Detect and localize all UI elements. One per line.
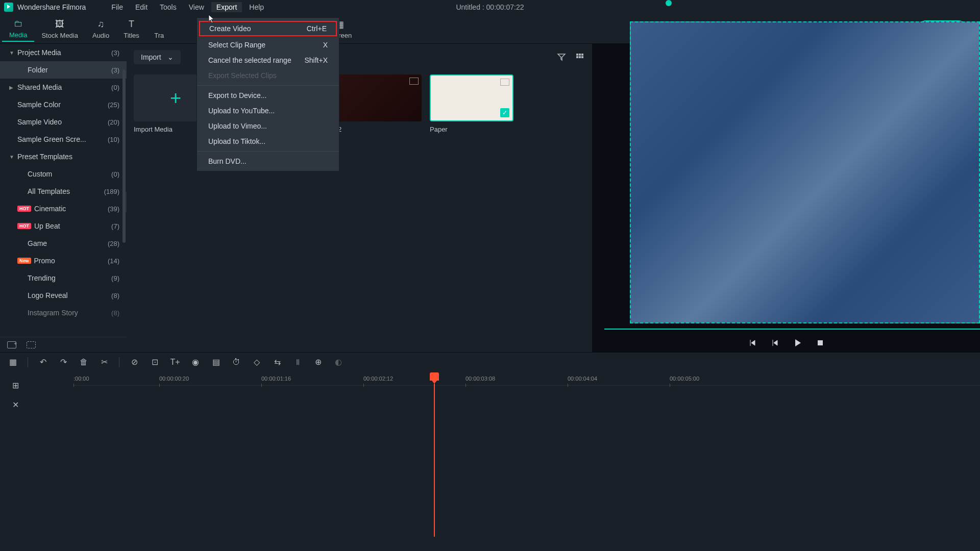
tab-titles[interactable]: TTitles — [116, 17, 146, 41]
menu-export[interactable]: Export — [211, 2, 242, 12]
app-name: Wondershare Filmora — [17, 3, 86, 11]
layout-icon[interactable]: ▦ — [7, 357, 18, 368]
sidebar-game[interactable]: Game(28) — [0, 235, 127, 252]
stop-button[interactable] — [817, 339, 824, 346]
keyframe-icon[interactable]: ◇ — [251, 357, 262, 368]
export-upload-vimeo[interactable]: Upload to Vimeo... — [197, 118, 339, 134]
sidebar-cinematic[interactable]: HOTCinematic(39) — [0, 200, 127, 217]
prev-frame-button[interactable] — [748, 339, 756, 347]
audio-wave-icon[interactable]: ⫴ — [292, 357, 303, 368]
media-clip-2[interactable]: 2 — [338, 74, 422, 133]
player-controls — [592, 335, 980, 350]
timeline-track-controls: ⊞ ✕ — [0, 371, 31, 551]
tab-stock-media[interactable]: 🖼Stock Media — [34, 17, 85, 41]
delete-icon[interactable]: 🗑 — [78, 357, 89, 368]
cut-icon[interactable]: ✂ — [99, 357, 110, 368]
selection-handle-icon[interactable] — [666, 0, 672, 6]
export-create-video[interactable]: Create VideoCtrl+E — [199, 21, 337, 36]
svg-rect-1 — [579, 54, 581, 56]
redo-icon[interactable]: ↷ — [58, 357, 69, 368]
export-dropdown-menu: Create VideoCtrl+E Select Clip RangeX Ca… — [197, 17, 339, 171]
sidebar-custom[interactable]: Custom(0) — [0, 165, 127, 183]
chevron-down-icon: ⌄ — [167, 53, 174, 61]
menu-help[interactable]: Help — [244, 2, 269, 12]
color-icon[interactable]: ▤ — [210, 357, 222, 368]
tag-icon[interactable]: ⊘ — [129, 357, 140, 368]
text-add-icon[interactable]: T+ — [169, 357, 181, 368]
preview-panel — [592, 44, 980, 352]
undo-icon[interactable]: ↶ — [37, 357, 48, 368]
sidebar-sample-green[interactable]: Sample Green Scre...(10) — [0, 131, 127, 148]
app-logo-icon — [4, 3, 13, 12]
timeline-toolbar: ▦ ↶ ↷ 🗑 ✂ ⊘ ⊡ T+ ◉ ▤ ⏱ ◇ ⇆ ⫴ ⊕ ◐ — [0, 352, 980, 371]
export-upload-tiktok[interactable]: Upload to Tiktok... — [197, 134, 339, 149]
crop-icon[interactable]: ⊡ — [149, 357, 160, 368]
sidebar-scrollbar[interactable] — [122, 69, 126, 243]
sidebar-sample-color[interactable]: Sample Color(25) — [0, 96, 127, 113]
sidebar-trending[interactable]: Trending(9) — [0, 269, 127, 287]
title-bar: Wondershare Filmora File Edit Tools View… — [0, 0, 980, 14]
adjust-icon[interactable]: ⇆ — [272, 357, 283, 368]
menu-view[interactable]: View — [184, 2, 209, 12]
menu-edit[interactable]: Edit — [130, 2, 153, 12]
sidebar-folder[interactable]: Folder(3) — [0, 61, 127, 79]
menu-file[interactable]: File — [106, 2, 128, 12]
sidebar: ▼Project Media(3) Folder(3) ▶Shared Medi… — [0, 44, 127, 352]
grid-view-icon[interactable] — [575, 52, 585, 62]
sidebar-project-media[interactable]: ▼Project Media(3) — [0, 44, 127, 61]
media-clip-paper[interactable]: ✓ Paper — [430, 74, 513, 133]
tab-media[interactable]: 🗀Media — [2, 16, 34, 42]
folder-icon: 🗀 — [13, 18, 24, 30]
player-progress-bar[interactable] — [604, 329, 980, 334]
svg-rect-3 — [576, 56, 578, 58]
plus-icon: + — [170, 87, 181, 109]
timeline-playhead[interactable] — [430, 372, 439, 536]
preview-canvas[interactable] — [630, 21, 980, 323]
globe-icon[interactable]: ⊕ — [312, 357, 324, 368]
step-back-button[interactable] — [771, 339, 779, 347]
folder-placeholder-icon[interactable] — [27, 341, 36, 348]
svg-rect-4 — [579, 56, 581, 58]
timeline-ruler[interactable]: :00:00 00:00:00:20 00:00:01:16 00:00:02:… — [74, 371, 980, 386]
sidebar-collapse-button[interactable]: ◀ — [126, 192, 127, 212]
menu-tools[interactable]: Tools — [155, 2, 182, 12]
export-selected-clips: Export Selected Clips — [197, 68, 339, 83]
timeline-tracks[interactable]: :00:00 00:00:00:20 00:00:01:16 00:00:02:… — [74, 371, 980, 551]
video-icon — [409, 78, 419, 85]
tab-audio[interactable]: ♫Audio — [85, 17, 116, 41]
timeline-panel: ⊞ ✕ :00:00 00:00:00:20 00:00:01:16 00:00… — [0, 371, 980, 551]
sidebar-preset-templates[interactable]: ▼Preset Templates — [0, 148, 127, 165]
check-icon: ✓ — [500, 108, 509, 117]
render-icon: ◐ — [333, 357, 344, 368]
svg-rect-6 — [818, 340, 823, 345]
timer-icon[interactable]: ⏱ — [231, 357, 242, 368]
sidebar-promo[interactable]: NewPromo(14) — [0, 252, 127, 269]
import-dropdown[interactable]: Import⌄ — [134, 50, 181, 64]
sidebar-bottom-toolbar — [0, 337, 127, 352]
sidebar-all-templates[interactable]: All Templates(189) — [0, 183, 127, 200]
export-upload-youtube[interactable]: Upload to YouTube... — [197, 103, 339, 118]
image-icon: 🖼 — [54, 19, 65, 30]
filter-icon[interactable] — [556, 52, 567, 62]
music-icon: ♫ — [95, 19, 107, 30]
project-title: Untitled : 00:00:07:22 — [456, 3, 524, 11]
tab-transitions[interactable]: Tra — [146, 17, 172, 41]
mute-icon[interactable]: ✕ — [10, 399, 21, 410]
sidebar-shared-media[interactable]: ▶Shared Media(0) — [0, 79, 127, 96]
svg-rect-2 — [581, 54, 583, 56]
menu-bar: File Edit Tools View Export Help — [106, 2, 269, 12]
speed-icon[interactable]: ◉ — [190, 357, 201, 368]
svg-rect-0 — [576, 54, 578, 56]
sidebar-logo-reveal[interactable]: Logo Reveal(8) — [0, 287, 127, 304]
sidebar-sample-video[interactable]: Sample Video(20) — [0, 113, 127, 131]
sidebar-upbeat[interactable]: HOTUp Beat(7) — [0, 217, 127, 235]
export-cancel-range[interactable]: Cancel the selected rangeShift+X — [197, 53, 339, 68]
play-button[interactable] — [793, 338, 802, 347]
svg-rect-5 — [581, 56, 583, 58]
export-select-clip-range[interactable]: Select Clip RangeX — [197, 37, 339, 53]
export-burn-dvd[interactable]: Burn DVD... — [197, 154, 339, 169]
export-to-device[interactable]: Export to Device... — [197, 88, 339, 103]
new-folder-icon[interactable] — [7, 341, 16, 348]
snap-icon[interactable]: ⊞ — [10, 380, 21, 391]
sidebar-instagram[interactable]: Instagram Story(8) — [0, 304, 127, 321]
